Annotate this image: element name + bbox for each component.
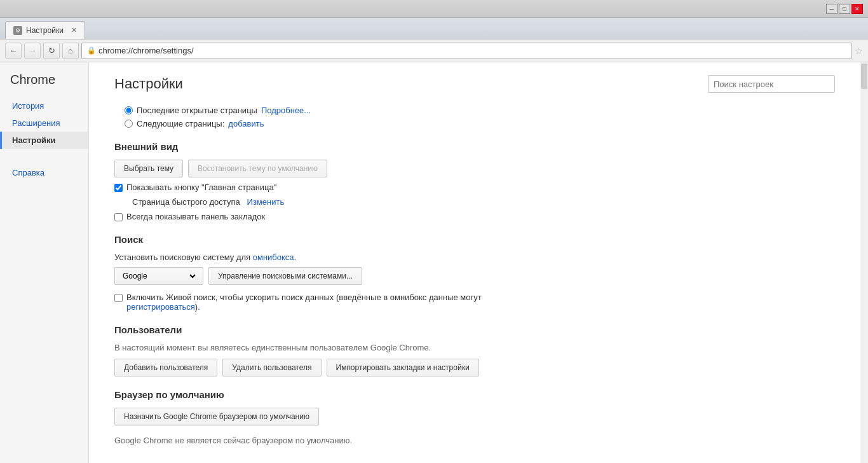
appearance-buttons: Выбрать тему Восстановить тему по умолча… <box>114 160 835 177</box>
startup-option1-link[interactable]: Подробнее... <box>261 106 311 115</box>
startup-option2-label: Следующие страницы: <box>137 119 224 128</box>
startup-radio-pages[interactable] <box>125 120 133 128</box>
appearance-section: Внешний вид Выбрать тему Восстановить те… <box>114 141 835 221</box>
search-engine-select-container: Google Yandex Bing <box>114 267 203 285</box>
title-bar: ─ □ ✕ <box>0 0 868 18</box>
import-button[interactable]: Импортировать закладки и настройки <box>327 359 479 377</box>
delete-user-button[interactable]: Удалить пользователя <box>222 359 321 377</box>
forward-button[interactable]: → <box>24 43 41 59</box>
startup-option2: Следующие страницы: добавить <box>125 119 835 128</box>
sidebar-item-history[interactable]: История <box>0 97 88 114</box>
main-content: Chrome История Расширения Настройки Спра… <box>0 62 868 463</box>
show-bookmarks-checkbox[interactable] <box>114 213 123 221</box>
sidebar-spacer <box>0 156 88 164</box>
close-button[interactable]: ✕ <box>851 4 863 14</box>
show-home-checkbox[interactable] <box>114 184 123 192</box>
live-search-end: ). <box>195 302 200 312</box>
maximize-button[interactable]: □ <box>839 4 850 14</box>
search-engine-select[interactable]: Google Yandex Bing <box>120 271 198 281</box>
tab-close-button[interactable]: ✕ <box>71 26 77 34</box>
appearance-title: Внешний вид <box>114 141 835 152</box>
active-tab[interactable]: ⚙ Настройки ✕ <box>5 21 85 39</box>
startup-option1-label: Последние открытые страницы <box>137 106 257 115</box>
sidebar-logo: Chrome <box>0 73 88 97</box>
live-search-text: Включить Живой поиск, чтобы ускорить пои… <box>126 293 482 302</box>
page-title: Настройки <box>114 76 183 92</box>
reload-button[interactable]: ↻ <box>43 43 60 59</box>
address-input[interactable] <box>98 46 846 55</box>
set-default-button[interactable]: Назначить Google Chrome браузером по умо… <box>114 408 319 425</box>
omnibox-link[interactable]: омнибокса <box>253 252 294 262</box>
minimize-button[interactable]: ─ <box>826 4 837 14</box>
default-browser-description: Google Chrome не является сейчас браузер… <box>114 436 835 445</box>
startup-section: Последние открытые страницы Подробнее...… <box>114 106 835 128</box>
tab-favicon: ⚙ <box>13 26 22 35</box>
address-bar: 🔒 <box>81 43 852 59</box>
default-browser-title: Браузер по умолчанию <box>114 389 835 400</box>
sidebar-divider <box>0 149 88 156</box>
users-title: Пользователи <box>114 324 835 335</box>
lock-icon: 🔒 <box>87 46 96 55</box>
search-description: Установить поисковую систему для омнибок… <box>114 252 835 262</box>
search-section: Поиск Установить поисковую систему для о… <box>114 234 835 312</box>
show-home-label: Показывать кнопку "Главная страница" <box>126 183 276 192</box>
sidebar: Chrome История Расширения Настройки Спра… <box>0 62 89 463</box>
startup-radio-last[interactable] <box>125 106 133 114</box>
startup-option1: Последние открытые страницы Подробнее... <box>125 106 835 115</box>
sidebar-item-extensions[interactable]: Расширения <box>0 114 88 132</box>
register-link[interactable]: регистрироваться <box>126 302 195 312</box>
bookmark-star-icon[interactable]: ☆ <box>855 46 863 56</box>
quick-access-row: Страница быстрого доступа Изменить <box>132 197 835 207</box>
manage-search-button[interactable]: Управление поисковыми системами... <box>208 267 362 285</box>
show-home-checkbox-item: Показывать кнопку "Главная страница" <box>114 183 835 192</box>
sidebar-item-settings[interactable]: Настройки <box>0 132 88 149</box>
quick-access-link[interactable]: Изменить <box>247 197 285 207</box>
users-section: Пользователи В настоящий момент вы являе… <box>114 324 835 377</box>
search-title: Поиск <box>114 234 835 245</box>
scrollbar[interactable] <box>860 62 868 463</box>
home-button[interactable]: ⌂ <box>62 43 79 59</box>
live-search-checkbox-item: Включить Живой поиск, чтобы ускорить пои… <box>114 293 496 312</box>
theme-button[interactable]: Выбрать тему <box>114 160 183 177</box>
quick-access-label: Страница быстрого доступа <box>132 197 240 207</box>
live-search-checkbox[interactable] <box>114 294 123 302</box>
back-button[interactable]: ← <box>5 43 22 59</box>
search-input[interactable] <box>708 75 835 93</box>
live-search-label: Включить Живой поиск, чтобы ускорить пои… <box>126 293 496 312</box>
users-description: В настоящий момент вы являетесь единстве… <box>114 343 835 352</box>
nav-bar: ← → ↻ ⌂ 🔒 ☆ <box>0 39 868 62</box>
reset-theme-button[interactable]: Восстановить тему по умолчанию <box>188 160 327 177</box>
search-desc-text: Установить поисковую систему для <box>114 252 253 262</box>
settings-header: Настройки <box>114 75 835 93</box>
show-bookmarks-checkbox-item: Всегда показывать панель закладок <box>114 212 835 221</box>
search-engine-row: Google Yandex Bing Управление поисковыми… <box>114 267 835 285</box>
sidebar-item-help[interactable]: Справка <box>0 164 88 181</box>
show-bookmarks-label: Всегда показывать панель закладок <box>126 212 265 221</box>
browser-frame: ─ □ ✕ ⚙ Настройки ✕ ← → ↻ ⌂ 🔒 ☆ Chrome И… <box>0 0 868 463</box>
default-browser-section: Браузер по умолчанию Назначить Google Ch… <box>114 389 835 445</box>
settings-content: Настройки Последние открытые страницы По… <box>89 62 860 463</box>
users-buttons: Добавить пользователя Удалить пользовате… <box>114 359 835 377</box>
tab-bar: ⚙ Настройки ✕ <box>0 18 868 39</box>
search-desc-end: . <box>294 252 297 262</box>
tab-title: Настройки <box>26 26 64 35</box>
startup-option2-link[interactable]: добавить <box>228 119 264 128</box>
add-user-button[interactable]: Добавить пользователя <box>114 359 217 377</box>
window-controls: ─ □ ✕ <box>826 4 863 14</box>
